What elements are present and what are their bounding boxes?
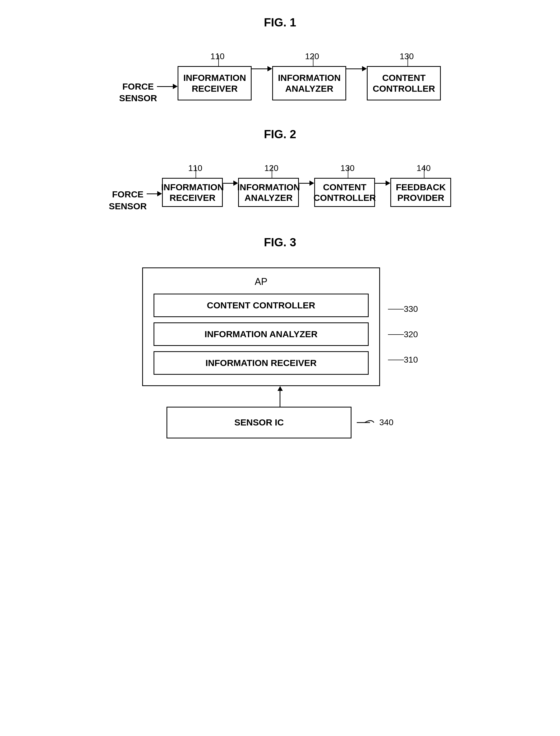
fig3-diagram: AP CONTENT CONTROLLER INFORMATION ANALYZ… — [21, 267, 539, 438]
content-controller-block-2: CONTENTCONTROLLER — [314, 178, 375, 207]
fig2-diagram: FORCESENSOR 110 INFORMATIONRECEIVER 120 … — [21, 159, 539, 212]
feedback-provider-block-2: FEEDBACKPROVIDER — [390, 178, 451, 207]
figure-2: FIG. 2 FORCESENSOR 110 INFORMATIONRECEIV… — [21, 128, 539, 212]
ref-340: 340 — [379, 418, 393, 427]
ap-outer-box: AP CONTENT CONTROLLER INFORMATION ANALYZ… — [142, 267, 380, 386]
info-receiver-block-1: INFORMATIONRECEIVER — [178, 66, 252, 100]
content-controller-block-3: CONTENT CONTROLLER — [154, 294, 369, 317]
ref-310: 310 — [404, 355, 418, 365]
fig3-title: FIG. 3 — [21, 236, 539, 249]
info-analyzer-block-2: INFORMATIONANALYZER — [238, 178, 299, 207]
info-analyzer-block-3: INFORMATION ANALYZER — [154, 322, 369, 346]
ap-label: AP — [154, 276, 369, 287]
fig1-diagram: FORCESENSOR 110 INFORMATIONRECEIVER 120 … — [21, 48, 539, 104]
figure-3: FIG. 3 AP CONTENT CONTROLLER INFORMATION… — [21, 236, 539, 438]
ref-330: 330 — [404, 304, 418, 314]
ref-120-fig1: 120 — [305, 52, 319, 61]
ref-130-fig1: 130 — [400, 52, 414, 61]
info-analyzer-block-1: INFORMATIONANALYZER — [272, 66, 346, 100]
ref-320: 320 — [404, 330, 418, 339]
force-sensor-label-1: FORCESENSOR — [119, 81, 157, 104]
ref-110-fig1: 110 — [210, 52, 224, 61]
content-controller-block-1: CONTENTCONTROLLER — [367, 66, 441, 100]
fig2-title: FIG. 2 — [21, 128, 539, 141]
info-receiver-block-2: INFORMATIONRECEIVER — [162, 178, 223, 207]
arrow-up-sensor — [277, 386, 283, 407]
sensor-ic-block: SENSOR IC — [166, 407, 351, 438]
info-receiver-block-3: INFORMATION RECEIVER — [154, 351, 369, 375]
figure-1: FIG. 1 FORCESENSOR 110 INFORMATIONRECEIV… — [21, 16, 539, 104]
force-sensor-label-2: FORCESENSOR — [109, 188, 147, 212]
ref-340-line — [357, 417, 378, 428]
fig1-title: FIG. 1 — [21, 16, 539, 29]
